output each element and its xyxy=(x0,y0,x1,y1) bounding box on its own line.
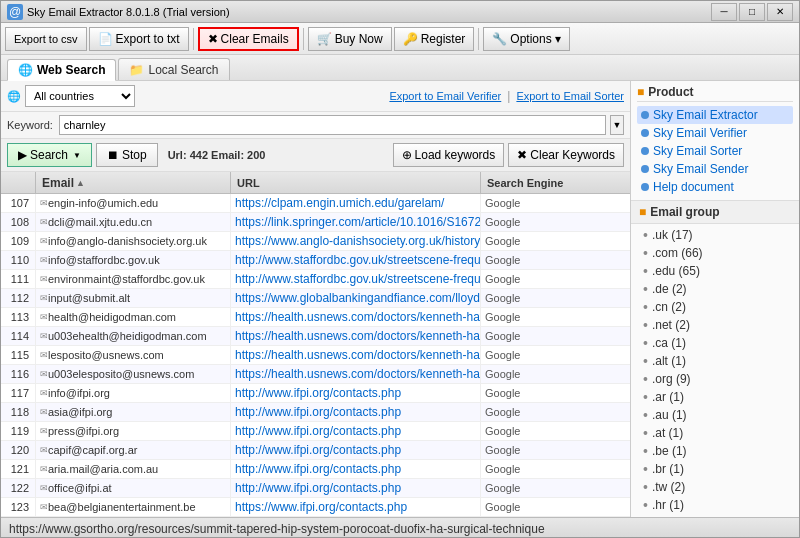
right-panel: ■ Product Sky Email Extractor Sky Email … xyxy=(631,81,799,517)
email-group-item[interactable]: .cz (1) xyxy=(631,514,799,517)
buy-now-button[interactable]: 🛒 Buy Now xyxy=(308,27,392,51)
tab-web-search[interactable]: 🌐 Web Search xyxy=(7,59,116,81)
keyword-input[interactable] xyxy=(59,115,606,135)
email-group-item[interactable]: .au (1) xyxy=(631,406,799,424)
email-group-item[interactable]: .be (1) xyxy=(631,442,799,460)
toolbar-separator-2 xyxy=(303,28,304,50)
cell-engine: Google xyxy=(481,460,630,478)
cell-num: 119 xyxy=(1,422,36,440)
table-row[interactable]: 115 lesposito@usnews.com https://health.… xyxy=(1,346,630,365)
email-group-item[interactable]: .alt (1) xyxy=(631,352,799,370)
email-group-item[interactable]: .ar (1) xyxy=(631,388,799,406)
table-row[interactable]: 122 office@ifpi.at http://www.ifpi.org/c… xyxy=(1,479,630,498)
export-txt-button[interactable]: 📄 Export to txt xyxy=(89,27,189,51)
main-area: 🌐 All countries Export to Email Verifier… xyxy=(1,81,799,517)
cell-email: office@ifpi.at xyxy=(36,479,231,497)
export-to-sorter-link[interactable]: Export to Email Sorter xyxy=(516,90,624,102)
email-group-item[interactable]: .hr (1) xyxy=(631,496,799,514)
email-group-label: .tw (2) xyxy=(652,480,685,494)
cell-engine: Google xyxy=(481,441,630,459)
cell-engine: Google xyxy=(481,384,630,402)
search-dropdown-icon[interactable]: ▼ xyxy=(73,151,81,160)
cell-url[interactable]: https://health.usnews.com/doctors/kennet… xyxy=(231,365,481,383)
load-keywords-button[interactable]: ⊕ Load keywords xyxy=(393,143,505,167)
cell-url[interactable]: https://clpam.engin.umich.edu/garelam/ xyxy=(231,194,481,212)
cell-url[interactable]: http://www.staffordbc.gov.uk/streetscene… xyxy=(231,251,481,269)
table-row[interactable]: 109 info@anglo-danishsociety.org.uk http… xyxy=(1,232,630,251)
search-button[interactable]: ▶ Search ▼ xyxy=(7,143,92,167)
email-group-item[interactable]: .com (66) xyxy=(631,244,799,262)
cell-url[interactable]: https://health.usnews.com/doctors/kennet… xyxy=(231,308,481,326)
email-group-item[interactable]: .cn (2) xyxy=(631,298,799,316)
product-item[interactable]: Sky Email Sorter xyxy=(637,142,793,160)
cell-engine: Google xyxy=(481,308,630,326)
cell-url[interactable]: http://www.ifpi.org/contacts.php xyxy=(231,479,481,497)
cell-url[interactable]: http://www.staffordbc.gov.uk/streetscene… xyxy=(231,270,481,288)
cell-url[interactable]: https://link.springer.com/article/10.101… xyxy=(231,213,481,231)
table-row[interactable]: 120 capif@capif.org.ar http://www.ifpi.o… xyxy=(1,441,630,460)
status-url: https://www.gsortho.org/resources/summit… xyxy=(9,522,545,536)
clear-emails-button[interactable]: ✖ Clear Emails xyxy=(198,27,299,51)
cell-url[interactable]: https://health.usnews.com/doctors/kennet… xyxy=(231,327,481,345)
product-item[interactable]: Sky Email Sender xyxy=(637,160,793,178)
clear-keywords-button[interactable]: ✖ Clear Keywords xyxy=(508,143,624,167)
maximize-button[interactable]: □ xyxy=(739,3,765,21)
close-button[interactable]: ✕ xyxy=(767,3,793,21)
table-row[interactable]: 116 u003elesposito@usnews.com https://he… xyxy=(1,365,630,384)
email-group-item[interactable]: .ca (1) xyxy=(631,334,799,352)
email-group-item[interactable]: .org (9) xyxy=(631,370,799,388)
url-email-info: Url: 442 Email: 200 xyxy=(162,149,389,161)
table-row[interactable]: 113 health@heidigodman.com https://healt… xyxy=(1,308,630,327)
email-group-item[interactable]: .at (1) xyxy=(631,424,799,442)
cell-url[interactable]: http://www.ifpi.org/contacts.php xyxy=(231,460,481,478)
email-group-item[interactable]: .edu (65) xyxy=(631,262,799,280)
email-group-item[interactable]: .uk (17) xyxy=(631,226,799,244)
product-item[interactable]: Help document xyxy=(637,178,793,196)
product-item[interactable]: Sky Email Verifier xyxy=(637,124,793,142)
table-row[interactable]: 119 press@ifpi.org http://www.ifpi.org/c… xyxy=(1,422,630,441)
txt-icon: 📄 xyxy=(98,32,113,46)
email-group-header: ■ Email group xyxy=(631,201,799,224)
globe-small-icon: 🌐 xyxy=(7,90,21,103)
cell-url[interactable]: https://health.usnews.com/doctors/kennet… xyxy=(231,346,481,364)
table-row[interactable]: 107 engin-info@umich.edu https://clpam.e… xyxy=(1,194,630,213)
options-button[interactable]: 🔧 Options ▾ xyxy=(483,27,570,51)
toolbar-separator-1 xyxy=(193,28,194,50)
email-group-item[interactable]: .de (2) xyxy=(631,280,799,298)
table-row[interactable]: 118 asia@ifpi.org http://www.ifpi.org/co… xyxy=(1,403,630,422)
table-row[interactable]: 121 aria.mail@aria.com.au http://www.ifp… xyxy=(1,460,630,479)
table-row[interactable]: 112 input@submit.alt https://www.globalb… xyxy=(1,289,630,308)
cell-url[interactable]: http://www.ifpi.org/contacts.php xyxy=(231,403,481,421)
register-button[interactable]: 🔑 Register xyxy=(394,27,475,51)
country-select[interactable]: All countries xyxy=(25,85,135,107)
email-group-icon: ■ xyxy=(639,205,646,219)
minimize-button[interactable]: ─ xyxy=(711,3,737,21)
cell-engine: Google xyxy=(481,327,630,345)
keyword-scroll-btn[interactable]: ▼ xyxy=(610,115,624,135)
cell-url[interactable]: http://www.ifpi.org/contacts.php xyxy=(231,441,481,459)
stop-button[interactable]: ⏹ Stop xyxy=(96,143,158,167)
table-row[interactable]: 114 u003ehealth@heidigodman.com https://… xyxy=(1,327,630,346)
cell-url[interactable]: https://www.ifpi.org/contacts.php xyxy=(231,498,481,516)
table-row[interactable]: 117 info@ifpi.org http://www.ifpi.org/co… xyxy=(1,384,630,403)
table-header: Email ▲ URL Search Engine xyxy=(1,172,630,194)
status-bar: https://www.gsortho.org/resources/summit… xyxy=(1,517,799,538)
table-row[interactable]: 108 dcli@mail.xjtu.edu.cn https://link.s… xyxy=(1,213,630,232)
export-to-verifier-link[interactable]: Export to Email Verifier xyxy=(389,90,501,102)
product-item[interactable]: Sky Email Extractor xyxy=(637,106,793,124)
cell-url[interactable]: https://www.globalbankingandfiance.com/l… xyxy=(231,289,481,307)
table-row[interactable]: 110 info@staffordbc.gov.uk http://www.st… xyxy=(1,251,630,270)
email-group-item[interactable]: .tw (2) xyxy=(631,478,799,496)
export-csv-button[interactable]: Export to csv xyxy=(5,27,87,51)
cell-url[interactable]: https://www.anglo-danishsociety.org.uk/h… xyxy=(231,232,481,250)
email-group-label: .de (2) xyxy=(652,282,687,296)
product-section-title: ■ Product xyxy=(637,85,793,102)
tab-local-search[interactable]: 📁 Local Search xyxy=(118,58,229,80)
cell-url[interactable]: http://www.ifpi.org/contacts.php xyxy=(231,422,481,440)
cell-url[interactable]: http://www.ifpi.org/contacts.php xyxy=(231,384,481,402)
table-row[interactable]: 111 environmaint@staffordbc.gov.uk http:… xyxy=(1,270,630,289)
email-group-item[interactable]: .br (1) xyxy=(631,460,799,478)
sort-icon[interactable]: ▲ xyxy=(76,178,85,188)
table-row[interactable]: 123 bea@belgianentertainment.be https://… xyxy=(1,498,630,517)
email-group-item[interactable]: .net (2) xyxy=(631,316,799,334)
